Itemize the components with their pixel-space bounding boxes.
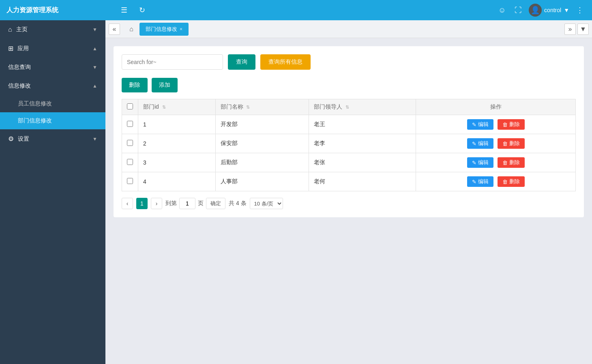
- header-left: 人力资源管理系统 ☰ ↻: [6, 4, 148, 16]
- tab-dept-modify[interactable]: 部门信息修改 ×: [139, 23, 189, 36]
- user-info[interactable]: 👤 control ▼: [529, 4, 569, 17]
- page-goto: 到第 页 确定: [165, 198, 225, 209]
- apps-arrow-icon: ▲: [92, 46, 97, 51]
- row-actions: ✎编辑 🗑删除: [416, 153, 576, 172]
- per-page-select[interactable]: 10 条/页 20 条/页 50 条/页: [250, 198, 283, 209]
- tab-home-btn[interactable]: ⌂: [125, 23, 138, 36]
- row-checkbox-cell: [122, 115, 138, 134]
- refresh-icon[interactable]: ↻: [136, 4, 148, 16]
- edit-icon: ✎: [472, 141, 476, 147]
- sidebar-item-apps[interactable]: ⊞ 应用 ▲: [0, 39, 105, 58]
- settings-sidebar-icon: ⚙: [8, 135, 14, 143]
- page-label: 页: [198, 200, 204, 207]
- table-row: 4 人事部 老何 ✎编辑 🗑删除: [122, 172, 576, 191]
- sidebar-info-query-label: 信息查询: [8, 64, 31, 71]
- header-right: ☺ ⛶ 👤 control ▼ ⋮: [496, 4, 586, 17]
- sidebar-employee-modify-label: 员工信息修改: [18, 100, 52, 107]
- tab-bar: « ⌂ 部门信息修改 × » ▼: [105, 20, 592, 38]
- avatar: 👤: [529, 4, 542, 17]
- delete-icon: 🗑: [502, 122, 508, 128]
- tab-prev-btn[interactable]: «: [109, 24, 120, 35]
- pagination: ‹ 1 › 到第 页 确定 共 4 条 10 条/页 20 条/页 50 条/页: [122, 198, 576, 209]
- edit-button[interactable]: ✎编辑: [467, 119, 493, 130]
- page-1-btn[interactable]: 1: [136, 198, 148, 209]
- content-area: « ⌂ 部门信息修改 × » ▼ 查询 查询所有信息: [105, 20, 592, 364]
- row-actions: ✎编辑 🗑删除: [416, 172, 576, 191]
- sidebar-item-home[interactable]: ⌂ 主页 ▼: [0, 20, 105, 39]
- tab-bar-right: » ▼: [564, 24, 589, 35]
- add-button[interactable]: 添加: [152, 78, 178, 92]
- goto-confirm-btn[interactable]: 确定: [206, 198, 225, 209]
- row-dept-leader: 老何: [309, 172, 416, 191]
- row-dept-leader: 老李: [309, 134, 416, 153]
- tab-expand-btn[interactable]: ▼: [577, 24, 589, 35]
- batch-delete-button[interactable]: 删除: [122, 78, 148, 92]
- query-all-button[interactable]: 查询所有信息: [260, 54, 311, 70]
- row-checkbox-cell: [122, 172, 138, 191]
- th-checkbox: [122, 99, 138, 115]
- delete-row-button[interactable]: 🗑删除: [498, 157, 525, 168]
- sidebar-item-settings[interactable]: ⚙ 设置 ▼: [0, 129, 105, 148]
- tab-next-btn[interactable]: »: [564, 24, 576, 35]
- main-layout: ⌂ 主页 ▼ ⊞ 应用 ▲ 信息查询 ▼ 信息修改 ▲: [0, 20, 592, 364]
- top-header: 人力资源管理系统 ☰ ↻ ☺ ⛶ 👤 control ▼ ⋮: [0, 0, 592, 20]
- query-button[interactable]: 查询: [228, 54, 255, 70]
- sort-dept-id-icon[interactable]: ⇅: [162, 105, 166, 109]
- edit-icon: ✎: [472, 122, 476, 128]
- row-checkbox[interactable]: [127, 140, 133, 146]
- delete-row-button[interactable]: 🗑删除: [498, 138, 525, 149]
- delete-row-button[interactable]: 🗑删除: [498, 176, 525, 187]
- th-dept-id: 部门id ⇅: [138, 99, 216, 115]
- sidebar-item-info-query[interactable]: 信息查询 ▼: [0, 58, 105, 77]
- row-dept-name: 后勤部: [215, 153, 309, 172]
- sort-dept-name-icon[interactable]: ⇅: [246, 105, 250, 109]
- edit-button[interactable]: ✎编辑: [467, 138, 493, 149]
- row-checkbox-cell: [122, 153, 138, 172]
- row-dept-name: 人事部: [215, 172, 309, 191]
- th-dept-name: 部门名称 ⇅: [215, 99, 309, 115]
- edit-icon: ✎: [472, 179, 476, 185]
- table-row: 1 开发部 老王 ✎编辑 🗑删除: [122, 115, 576, 134]
- row-actions: ✎编辑 🗑删除: [416, 115, 576, 134]
- goto-input[interactable]: [179, 198, 195, 209]
- page-content: 查询 查询所有信息 删除 添加: [105, 38, 592, 364]
- menu-icon[interactable]: ☰: [118, 4, 130, 16]
- page-prev-btn[interactable]: ‹: [122, 198, 133, 209]
- tab-dept-modify-label: 部门信息修改: [146, 26, 177, 33]
- delete-row-button[interactable]: 🗑删除: [498, 119, 525, 130]
- home-sidebar-icon: ⌂: [8, 26, 12, 33]
- sidebar-item-employee-modify[interactable]: 员工信息修改: [0, 95, 105, 112]
- delete-icon: 🗑: [502, 160, 508, 166]
- delete-icon: 🗑: [502, 141, 508, 147]
- info-query-arrow-icon: ▼: [92, 64, 97, 70]
- edit-icon: ✎: [472, 160, 476, 166]
- tab-close-icon[interactable]: ×: [180, 27, 182, 32]
- sidebar-item-dept-modify[interactable]: 部门信息修改: [0, 112, 105, 129]
- row-dept-id: 3: [138, 153, 216, 172]
- sort-dept-leader-icon[interactable]: ⇅: [345, 105, 349, 109]
- edit-button[interactable]: ✎编辑: [467, 176, 493, 187]
- th-dept-leader: 部门领导人 ⇅: [309, 99, 416, 115]
- select-all-checkbox[interactable]: [127, 103, 133, 109]
- user-dropdown-icon: ▼: [564, 7, 569, 13]
- page-next-btn[interactable]: ›: [151, 198, 162, 209]
- sidebar-dept-modify-label: 部门信息修改: [18, 117, 52, 124]
- search-input[interactable]: [122, 54, 223, 70]
- table-row: 2 保安部 老李 ✎编辑 🗑删除: [122, 134, 576, 153]
- row-dept-leader: 老王: [309, 115, 416, 134]
- row-dept-id: 4: [138, 172, 216, 191]
- info-modify-arrow-icon: ▲: [92, 83, 97, 89]
- sidebar-item-info-modify[interactable]: 信息修改 ▲: [0, 77, 105, 95]
- row-checkbox[interactable]: [127, 121, 133, 127]
- row-dept-leader: 老张: [309, 153, 416, 172]
- more-icon[interactable]: ⋮: [574, 4, 586, 16]
- row-actions: ✎编辑 🗑删除: [416, 134, 576, 153]
- fullscreen-icon[interactable]: ⛶: [513, 4, 524, 16]
- emoji-icon[interactable]: ☺: [496, 4, 508, 16]
- sidebar-apps-label: 应用: [17, 45, 29, 52]
- row-checkbox[interactable]: [127, 159, 133, 165]
- row-checkbox[interactable]: [127, 178, 133, 184]
- edit-button[interactable]: ✎编辑: [467, 157, 493, 168]
- apps-sidebar-icon: ⊞: [8, 45, 13, 52]
- content-card: 查询 查询所有信息 删除 添加: [114, 46, 584, 217]
